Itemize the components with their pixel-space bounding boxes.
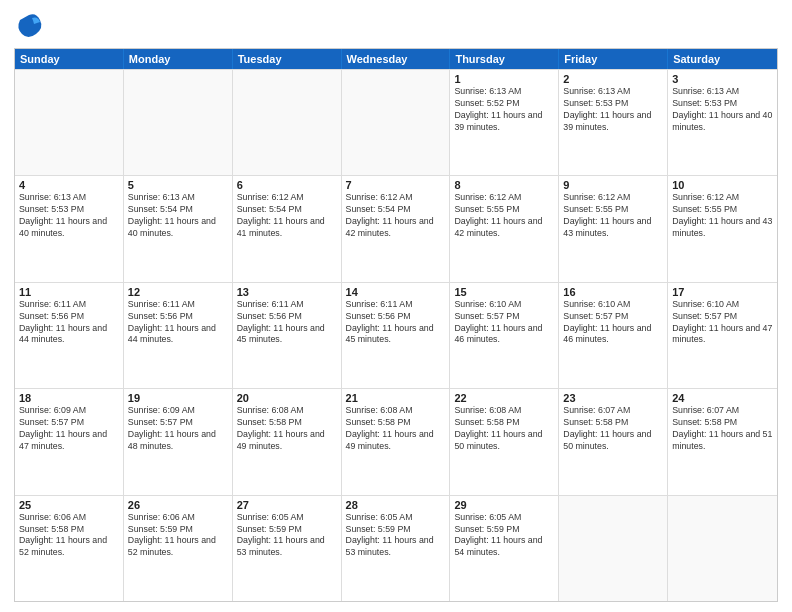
day-number: 6	[237, 179, 337, 191]
cal-cell-4-1: 26Sunrise: 6:06 AMSunset: 5:59 PMDayligh…	[124, 496, 233, 601]
cal-cell-1-6: 10Sunrise: 6:12 AMSunset: 5:55 PMDayligh…	[668, 176, 777, 281]
day-number: 2	[563, 73, 663, 85]
cal-cell-0-2	[233, 70, 342, 175]
calendar-body: 1Sunrise: 6:13 AMSunset: 5:52 PMDaylight…	[15, 69, 777, 601]
cal-cell-0-6: 3Sunrise: 6:13 AMSunset: 5:53 PMDaylight…	[668, 70, 777, 175]
calendar-row-1: 4Sunrise: 6:13 AMSunset: 5:53 PMDaylight…	[15, 175, 777, 281]
day-number: 13	[237, 286, 337, 298]
cell-detail: Sunrise: 6:08 AMSunset: 5:58 PMDaylight:…	[237, 405, 337, 453]
day-number: 10	[672, 179, 773, 191]
cell-detail: Sunrise: 6:13 AMSunset: 5:54 PMDaylight:…	[128, 192, 228, 240]
cal-cell-4-5	[559, 496, 668, 601]
cell-detail: Sunrise: 6:10 AMSunset: 5:57 PMDaylight:…	[454, 299, 554, 347]
cell-detail: Sunrise: 6:06 AMSunset: 5:59 PMDaylight:…	[128, 512, 228, 560]
day-number: 22	[454, 392, 554, 404]
calendar-row-2: 11Sunrise: 6:11 AMSunset: 5:56 PMDayligh…	[15, 282, 777, 388]
cal-cell-3-0: 18Sunrise: 6:09 AMSunset: 5:57 PMDayligh…	[15, 389, 124, 494]
cell-detail: Sunrise: 6:13 AMSunset: 5:53 PMDaylight:…	[563, 86, 663, 134]
cell-detail: Sunrise: 6:12 AMSunset: 5:55 PMDaylight:…	[454, 192, 554, 240]
cell-detail: Sunrise: 6:08 AMSunset: 5:58 PMDaylight:…	[346, 405, 446, 453]
header-day-thursday: Thursday	[450, 49, 559, 69]
cal-cell-4-6	[668, 496, 777, 601]
logo	[14, 10, 44, 44]
header-day-saturday: Saturday	[668, 49, 777, 69]
header-day-wednesday: Wednesday	[342, 49, 451, 69]
cal-cell-1-1: 5Sunrise: 6:13 AMSunset: 5:54 PMDaylight…	[124, 176, 233, 281]
cal-cell-0-4: 1Sunrise: 6:13 AMSunset: 5:52 PMDaylight…	[450, 70, 559, 175]
logo-icon	[14, 10, 44, 40]
cell-detail: Sunrise: 6:09 AMSunset: 5:57 PMDaylight:…	[19, 405, 119, 453]
cal-cell-2-1: 12Sunrise: 6:11 AMSunset: 5:56 PMDayligh…	[124, 283, 233, 388]
cell-detail: Sunrise: 6:11 AMSunset: 5:56 PMDaylight:…	[19, 299, 119, 347]
day-number: 17	[672, 286, 773, 298]
day-number: 20	[237, 392, 337, 404]
header-day-tuesday: Tuesday	[233, 49, 342, 69]
cal-cell-3-2: 20Sunrise: 6:08 AMSunset: 5:58 PMDayligh…	[233, 389, 342, 494]
header-day-friday: Friday	[559, 49, 668, 69]
day-number: 1	[454, 73, 554, 85]
cell-detail: Sunrise: 6:05 AMSunset: 5:59 PMDaylight:…	[454, 512, 554, 560]
page: SundayMondayTuesdayWednesdayThursdayFrid…	[0, 0, 792, 612]
cell-detail: Sunrise: 6:10 AMSunset: 5:57 PMDaylight:…	[672, 299, 773, 347]
cell-detail: Sunrise: 6:13 AMSunset: 5:53 PMDaylight:…	[672, 86, 773, 134]
cell-detail: Sunrise: 6:05 AMSunset: 5:59 PMDaylight:…	[346, 512, 446, 560]
cal-cell-0-5: 2Sunrise: 6:13 AMSunset: 5:53 PMDaylight…	[559, 70, 668, 175]
cal-cell-3-4: 22Sunrise: 6:08 AMSunset: 5:58 PMDayligh…	[450, 389, 559, 494]
day-number: 18	[19, 392, 119, 404]
cal-cell-4-2: 27Sunrise: 6:05 AMSunset: 5:59 PMDayligh…	[233, 496, 342, 601]
cal-cell-4-3: 28Sunrise: 6:05 AMSunset: 5:59 PMDayligh…	[342, 496, 451, 601]
cell-detail: Sunrise: 6:13 AMSunset: 5:53 PMDaylight:…	[19, 192, 119, 240]
calendar-row-0: 1Sunrise: 6:13 AMSunset: 5:52 PMDaylight…	[15, 69, 777, 175]
cell-detail: Sunrise: 6:11 AMSunset: 5:56 PMDaylight:…	[237, 299, 337, 347]
cell-detail: Sunrise: 6:12 AMSunset: 5:55 PMDaylight:…	[563, 192, 663, 240]
cal-cell-3-6: 24Sunrise: 6:07 AMSunset: 5:58 PMDayligh…	[668, 389, 777, 494]
calendar-header: SundayMondayTuesdayWednesdayThursdayFrid…	[15, 49, 777, 69]
day-number: 3	[672, 73, 773, 85]
header-day-monday: Monday	[124, 49, 233, 69]
cell-detail: Sunrise: 6:13 AMSunset: 5:52 PMDaylight:…	[454, 86, 554, 134]
cal-cell-0-3	[342, 70, 451, 175]
day-number: 9	[563, 179, 663, 191]
cell-detail: Sunrise: 6:11 AMSunset: 5:56 PMDaylight:…	[346, 299, 446, 347]
cal-cell-3-5: 23Sunrise: 6:07 AMSunset: 5:58 PMDayligh…	[559, 389, 668, 494]
cell-detail: Sunrise: 6:06 AMSunset: 5:58 PMDaylight:…	[19, 512, 119, 560]
calendar: SundayMondayTuesdayWednesdayThursdayFrid…	[14, 48, 778, 602]
day-number: 26	[128, 499, 228, 511]
cal-cell-2-2: 13Sunrise: 6:11 AMSunset: 5:56 PMDayligh…	[233, 283, 342, 388]
cell-detail: Sunrise: 6:07 AMSunset: 5:58 PMDaylight:…	[672, 405, 773, 453]
cal-cell-4-4: 29Sunrise: 6:05 AMSunset: 5:59 PMDayligh…	[450, 496, 559, 601]
cell-detail: Sunrise: 6:12 AMSunset: 5:55 PMDaylight:…	[672, 192, 773, 240]
cal-cell-1-0: 4Sunrise: 6:13 AMSunset: 5:53 PMDaylight…	[15, 176, 124, 281]
day-number: 24	[672, 392, 773, 404]
day-number: 19	[128, 392, 228, 404]
cal-cell-1-4: 8Sunrise: 6:12 AMSunset: 5:55 PMDaylight…	[450, 176, 559, 281]
cal-cell-3-1: 19Sunrise: 6:09 AMSunset: 5:57 PMDayligh…	[124, 389, 233, 494]
cell-detail: Sunrise: 6:05 AMSunset: 5:59 PMDaylight:…	[237, 512, 337, 560]
cell-detail: Sunrise: 6:10 AMSunset: 5:57 PMDaylight:…	[563, 299, 663, 347]
day-number: 12	[128, 286, 228, 298]
cal-cell-0-1	[124, 70, 233, 175]
day-number: 16	[563, 286, 663, 298]
day-number: 28	[346, 499, 446, 511]
cal-cell-4-0: 25Sunrise: 6:06 AMSunset: 5:58 PMDayligh…	[15, 496, 124, 601]
day-number: 29	[454, 499, 554, 511]
cell-detail: Sunrise: 6:12 AMSunset: 5:54 PMDaylight:…	[346, 192, 446, 240]
cal-cell-2-5: 16Sunrise: 6:10 AMSunset: 5:57 PMDayligh…	[559, 283, 668, 388]
cal-cell-0-0	[15, 70, 124, 175]
cal-cell-2-0: 11Sunrise: 6:11 AMSunset: 5:56 PMDayligh…	[15, 283, 124, 388]
calendar-row-4: 25Sunrise: 6:06 AMSunset: 5:58 PMDayligh…	[15, 495, 777, 601]
day-number: 14	[346, 286, 446, 298]
day-number: 11	[19, 286, 119, 298]
cal-cell-2-4: 15Sunrise: 6:10 AMSunset: 5:57 PMDayligh…	[450, 283, 559, 388]
day-number: 4	[19, 179, 119, 191]
cal-cell-3-3: 21Sunrise: 6:08 AMSunset: 5:58 PMDayligh…	[342, 389, 451, 494]
cal-cell-2-6: 17Sunrise: 6:10 AMSunset: 5:57 PMDayligh…	[668, 283, 777, 388]
header	[14, 10, 778, 44]
cal-cell-1-2: 6Sunrise: 6:12 AMSunset: 5:54 PMDaylight…	[233, 176, 342, 281]
day-number: 5	[128, 179, 228, 191]
day-number: 15	[454, 286, 554, 298]
cal-cell-1-5: 9Sunrise: 6:12 AMSunset: 5:55 PMDaylight…	[559, 176, 668, 281]
day-number: 23	[563, 392, 663, 404]
calendar-row-3: 18Sunrise: 6:09 AMSunset: 5:57 PMDayligh…	[15, 388, 777, 494]
cell-detail: Sunrise: 6:08 AMSunset: 5:58 PMDaylight:…	[454, 405, 554, 453]
